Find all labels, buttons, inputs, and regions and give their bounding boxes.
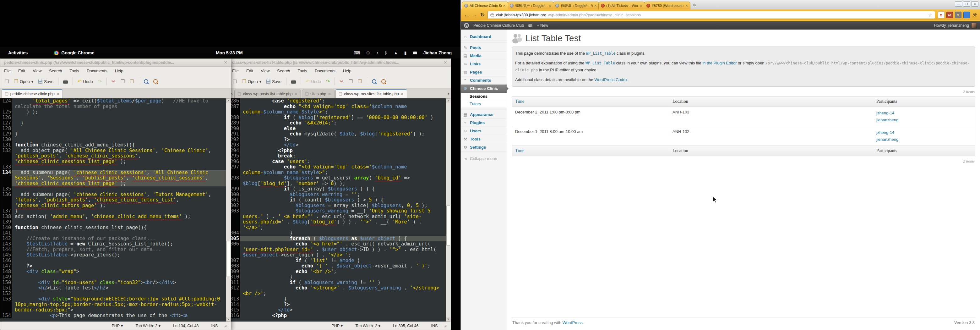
save-button[interactable]: Save [264,78,283,85]
save-button[interactable]: Save [37,78,55,85]
code-line[interactable]: 309 echo '<br />'; [228,269,446,275]
window-close-button[interactable]: ✕ [971,1,978,6]
menu-help[interactable]: Help [115,69,123,73]
window-titlebar[interactable]: class-wp-ms-sites-list-table.php (/srv/w… [228,59,451,67]
redo-button[interactable]: ↷ [324,77,332,86]
tab-width-select[interactable]: Tab Width: 2▾ [135,324,161,328]
cut-button[interactable]: ✂ [338,77,345,86]
code-line[interactable]: 150 <div id="icon-users" class="icon32">… [0,280,226,286]
tab-width-select[interactable]: Tab Width: 2▾ [355,324,380,328]
browser-tab[interactable]: 编辑用户 ‹ Doggie! – Word...✕ [507,2,554,10]
new-content-button[interactable]: + New [537,23,548,28]
scrollbar-thumb[interactable] [446,206,450,246]
editor-tab[interactable]: ❏class-wp-posts-list-table.php✕ [234,89,301,98]
code-line[interactable]: 132 add_object_page( 'All Chinese Clinic… [0,148,226,165]
column-header-sortable[interactable]: Time [512,96,670,107]
code-line[interactable]: 136 add_submenu_page( 'chinese_clinic_se… [0,192,226,209]
sidebar-item-links[interactable]: ∞Links [461,60,507,68]
code-line[interactable]: 126 [0,115,226,121]
user-menu[interactable]: Jiehan Zheng [423,50,452,55]
back-button[interactable]: ← [464,12,469,18]
code-line[interactable]: 133 [0,164,226,170]
sidebar-item-appearance[interactable]: ▦Appearance [461,111,507,119]
find-button[interactable] [142,78,150,85]
resize-grip[interactable]: ◢ [444,324,446,327]
scrollbar[interactable]: ∧ ∨ [226,98,231,322]
close-icon[interactable]: ✕ [503,4,506,8]
restore-button[interactable]: ❐ [963,1,970,6]
minimize-button[interactable]: — [955,1,962,6]
code-line[interactable]: 308 echo '( ' . $user_object->user_email… [228,263,446,269]
sidebar-item-media[interactable]: ▤Media [461,52,507,60]
extension-icon[interactable]: 9 [955,12,961,18]
code-line[interactable]: 315 </td> [228,308,446,313]
sidebar-item-posts[interactable]: ✎Posts [461,44,507,52]
cut-button[interactable]: ✂ [110,77,118,86]
code-line[interactable]: 291 echo mysql2date( $date, $blog['regis… [228,131,446,137]
extension-icon[interactable]: M [938,12,945,18]
code-line[interactable]: 138add_action( 'admin_menu', 'chinese_cl… [0,214,226,220]
menu-view[interactable]: View [33,69,41,73]
code-line[interactable]: 125 ) ); [0,109,226,115]
menu-help[interactable]: Help [343,69,352,73]
code-line[interactable]: 311 if ( $blogusers_warning != '' ) [228,280,446,286]
sidebar-item-plugins[interactable]: ⌁Plugins [461,119,507,127]
menu-tools[interactable]: Tools [70,69,79,73]
wordpress-link[interactable]: WordPress [563,320,583,325]
close-icon[interactable]: ✕ [594,4,597,8]
code-line[interactable]: 294 <?php [228,148,446,154]
print-button[interactable] [61,78,70,85]
scroll-down-icon[interactable]: ∨ [446,317,450,322]
close-icon[interactable]: ✕ [294,92,297,96]
app-menu[interactable]: Google Chrome [54,50,94,55]
code-line[interactable]: 286 case 'registered': [228,98,446,104]
code-line[interactable]: 141 [0,230,226,236]
code-line[interactable]: 143 $testListTable = new Clinic_Sessions… [0,241,226,247]
redo-button[interactable]: ↷ [96,77,104,86]
code-line[interactable]: 148 <div class="wrap"> [0,269,226,275]
code-area[interactable]: 286 case 'registered':287 echo "<td vali… [228,98,451,322]
code-line[interactable]: 301 if ( count( $blogusers ) > 5 ) { [228,198,446,203]
text-link[interactable]: in the Plugin Editor [702,61,737,65]
language-select[interactable]: PHP▾ [331,324,343,328]
copy-button[interactable]: ❐ [119,77,127,86]
close-icon[interactable]: ✕ [401,92,404,96]
text-link[interactable]: WordPress Codex [594,77,627,82]
activities-button[interactable]: Activities [8,50,28,55]
code-line[interactable]: 316 <?php [228,313,446,319]
editor-tab[interactable]: ❏peddie-chinese-clinic.php✕ [2,89,63,98]
new-document-button[interactable]: ❏ [231,77,239,86]
participant-link[interactable]: jzheng-14 [877,129,972,136]
code-line[interactable]: 287 echo "<td valign='top' class='$colum… [228,104,446,115]
address-bar[interactable]: club.jiehan-tpx300.jiehan.org /wp-admin/… [487,11,935,19]
keyboard-layout-icon[interactable]: ⌨ [354,50,360,55]
code-line[interactable]: 312 echo '<strong>' . $blogusers_warning… [228,285,446,297]
open-button[interactable]: ❐Open▾ [12,77,35,86]
browser-tab[interactable]: 仪表盘 ‹ Doggie! – WordPr...✕ [553,2,599,10]
copy-button[interactable]: ❐ [347,77,355,86]
code-line[interactable]: 314 ?> [228,302,446,308]
code-line[interactable]: 307 if ( 'list' != $mode ) [228,258,446,264]
code-line[interactable]: 145 $testListTable->prepare_items(); [0,252,226,258]
wrench-menu-icon[interactable]: ⚒ [973,12,977,18]
code-line[interactable]: 293 </td> [228,142,446,148]
new-document-button[interactable]: ❏ [3,77,11,86]
code-line[interactable]: 154 <p>This page demonstrates the use of… [0,313,226,319]
bookmark-star-icon[interactable]: ☆ [928,13,932,18]
code-line[interactable]: 128 [0,126,226,132]
open-button[interactable]: ❐Open▾ [240,77,263,86]
code-line[interactable]: 288 if ( $blog['registered'] == '0000-00… [228,115,446,121]
code-line[interactable]: 300 $blogusers_warning = ''; [228,192,446,198]
code-lines[interactable]: 286 case 'registered':287 echo "<td vali… [228,98,446,322]
comments-bubble-icon[interactable] [528,24,532,27]
code-line[interactable]: 131function chinese_clinic_add_menu_item… [0,142,226,148]
code-line[interactable]: 303 $blogusers_warning = __( 'Only showi… [228,208,446,230]
menu-documents[interactable]: Documents [87,69,107,73]
clock[interactable]: Mon 5:33 PM [201,50,258,55]
code-line[interactable]: 299 if ( is_array( $blogusers ) ) { [228,187,446,192]
code-line[interactable]: 142 //Create an instance of our package … [0,236,226,242]
scroll-up-icon[interactable]: ∧ [226,98,231,103]
paste-button[interactable]: ❒ [128,77,136,86]
sidebar-subitem-sessions[interactable]: Sessions [461,93,507,100]
browser-tab[interactable]: All Chinese Clinic Sessions✕ [462,2,508,10]
